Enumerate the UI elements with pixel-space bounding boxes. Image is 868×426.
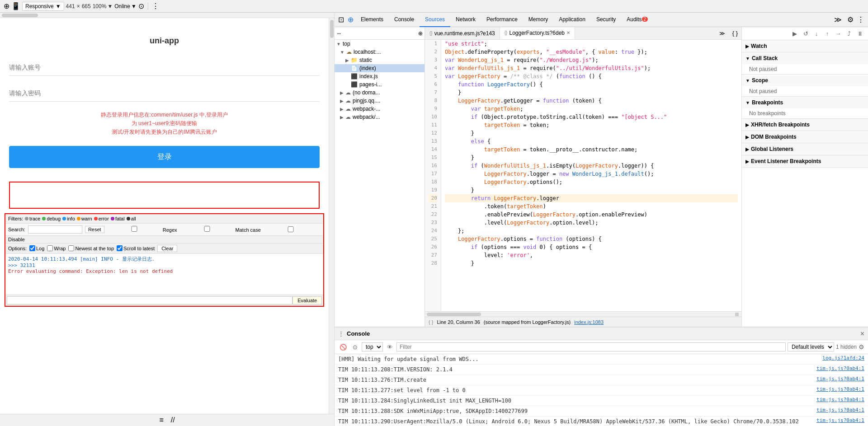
newest-checkbox[interactable]	[68, 245, 74, 251]
filter-trace[interactable]: trace	[25, 216, 40, 221]
tab-network[interactable]: Network	[450, 13, 481, 27]
tree-item-localhost[interactable]: ▼ ☁ localhost:...	[335, 48, 425, 56]
match-case-label[interactable]: Match case	[180, 226, 261, 233]
tree-item-top[interactable]: ▼ top	[335, 40, 425, 48]
tree-item-webpack1[interactable]: ▶ ☁ webpack-...	[335, 105, 425, 113]
tab-memory[interactable]: Memory	[523, 13, 553, 27]
tree-item-indexjs[interactable]: ⬛ index.js	[335, 72, 425, 80]
reset-button[interactable]: Reset	[85, 226, 104, 233]
event-header[interactable]: ▶ Event Listener Breakpoints	[742, 155, 868, 167]
match-case-checkbox[interactable]	[180, 226, 234, 232]
filter-info[interactable]: info	[62, 216, 75, 221]
tree-item-pingjs[interactable]: ▶ ☁ pingjs.qq....	[335, 97, 425, 105]
console-context-select[interactable]: top	[362, 342, 383, 351]
tab-audits[interactable]: Audits 2	[621, 13, 653, 27]
scope-header[interactable]: ▼ Scope	[742, 75, 868, 86]
msg-src-tim6[interactable]: tim-js.js?0ab4:1	[816, 417, 864, 423]
msg-src-tim1[interactable]: tim-js.js?0ab4:1	[816, 365, 864, 371]
sources-expand-icon[interactable]: ↔	[336, 30, 342, 37]
console-clear-btn[interactable]: 🚫	[338, 342, 348, 352]
devtools-device-icon[interactable]: 📱	[11, 2, 20, 10]
msg-src-tim3[interactable]: tim-js.js?0ab4:1	[816, 386, 864, 392]
extra-checkbox[interactable]	[264, 226, 318, 232]
devtools-dock-icon[interactable]: ⊡	[336, 15, 346, 24]
console-filter-input[interactable]	[396, 342, 786, 351]
code-content-area[interactable]: 1 2 3 4 5 6 7 8 9 10 11 12 13 14	[425, 40, 741, 311]
msg-src-tim4[interactable]: tim-js.js?0ab4:1	[816, 397, 864, 403]
scroll-right[interactable]	[735, 313, 739, 316]
tree-item-pages[interactable]: ⬛ pages-i...	[335, 80, 425, 89]
editor-tab-logger[interactable]: {} LoggerFactory.ts?6deb ✕	[500, 27, 575, 40]
login-button[interactable]: 登录	[9, 146, 320, 168]
password-input[interactable]	[9, 85, 320, 102]
tree-item-nodomain[interactable]: ▶ ☁ (no doma...	[335, 89, 425, 97]
preview-scrollbar-h[interactable]	[0, 13, 334, 18]
debug-step-out-btn[interactable]: ↑	[823, 29, 832, 38]
device-select[interactable]: Responsive ▼	[22, 2, 64, 11]
filter-fatal[interactable]: fatal	[111, 216, 125, 221]
global-header[interactable]: ▶ Global Listeners	[742, 143, 868, 155]
preview-more-icon[interactable]: //	[171, 416, 175, 424]
debug-resume-btn[interactable]: ▶	[790, 29, 799, 38]
dom-header[interactable]: ▶ DOM Breakpoints	[742, 131, 868, 143]
msg-src-hmr[interactable]: log.js?1afd:24	[822, 355, 864, 361]
scrollbar-thumb-h[interactable]	[2, 14, 38, 17]
username-input[interactable]	[9, 59, 320, 76]
filter-error[interactable]: error	[94, 216, 109, 221]
wrap-checkbox[interactable]	[47, 245, 53, 251]
console-search-input[interactable]	[28, 225, 82, 234]
tab-security[interactable]: Security	[591, 13, 621, 27]
tab-application[interactable]: Application	[553, 13, 591, 27]
console-eye-btn[interactable]: 👁	[385, 342, 395, 352]
log-option[interactable]: Log	[29, 245, 44, 251]
console-levels-select[interactable]: Default levels	[788, 342, 834, 351]
filter-warn[interactable]: warn	[77, 216, 92, 221]
regex-label[interactable]: Regex	[107, 226, 177, 233]
tab-sources[interactable]: Sources	[420, 13, 450, 27]
code-scrollbar-thumb[interactable]	[427, 313, 481, 316]
console-close-btn[interactable]: ×	[860, 330, 864, 338]
msg-src-tim2[interactable]: tim-js.js?0ab4:1	[816, 376, 864, 382]
debug-deactivate-btn[interactable]: ⤴	[844, 29, 854, 38]
zoom-control[interactable]: 100% ▼	[93, 3, 113, 9]
tree-item-static[interactable]: ▶ 📁 static	[335, 56, 425, 64]
rotate-icon[interactable]: ⊙	[138, 2, 144, 10]
sources-add-icon[interactable]: ⊕	[418, 30, 423, 37]
editor-format-icon[interactable]: { }	[729, 30, 741, 37]
preview-menu-icon[interactable]: ≡	[159, 416, 163, 424]
xhr-header[interactable]: ▶ XHR/fetch Breakpoints	[742, 119, 868, 131]
console-settings-btn[interactable]: ⚙	[859, 343, 864, 351]
devtools-inspect-icon[interactable]: ⊕	[346, 15, 355, 24]
tab-console[interactable]: Console	[389, 13, 420, 27]
tab-performance[interactable]: Performance	[481, 13, 523, 27]
evaluate-input[interactable]	[7, 296, 292, 304]
network-control[interactable]: Online ▼	[114, 3, 137, 9]
preview-scrollbar-v[interactable]	[329, 18, 334, 414]
tree-item-index[interactable]: 📄 (index)	[335, 64, 425, 72]
debug-pause-btn[interactable]: ⏸	[855, 29, 864, 38]
debug-step-into-btn[interactable]: ↓	[812, 29, 821, 38]
scrollbar-thumb-v[interactable]	[330, 20, 334, 38]
toolbar-more-icon[interactable]: ⋮	[152, 2, 159, 10]
callstack-header[interactable]: ▼ Call Stack	[742, 52, 868, 64]
filter-all[interactable]: all	[127, 216, 136, 221]
tabs-more-btn[interactable]: ≫	[830, 15, 845, 24]
log-checkbox[interactable]	[29, 245, 35, 251]
watch-header[interactable]: ▶ Watch	[742, 40, 868, 52]
tab-elements[interactable]: Elements	[355, 13, 389, 27]
tree-item-webpack2[interactable]: ▶ ☁ webpack/...	[335, 113, 425, 121]
clear-button[interactable]: Clear	[157, 245, 177, 252]
scroll-checkbox[interactable]	[117, 245, 123, 251]
wrap-option[interactable]: Wrap	[47, 245, 66, 251]
devtools-pointer-icon[interactable]: ⊕	[4, 2, 9, 10]
filter-debug[interactable]: debug	[42, 216, 61, 221]
scroll-option[interactable]: Scroll to latest	[117, 245, 155, 251]
breakpoints-header[interactable]: ▼ Breakpoints	[742, 97, 868, 108]
msg-src-tim5[interactable]: tim-js.js?0ab4:1	[816, 407, 864, 413]
console-preserve-btn[interactable]: ⊙	[350, 342, 360, 352]
tab-logger-close[interactable]: ✕	[566, 30, 570, 35]
editor-tabs-more[interactable]: ≫	[716, 30, 729, 37]
newest-option[interactable]: Newest at the top	[68, 245, 114, 251]
editor-tab-vue[interactable]: {} vue.runtime.esm.js?e143	[425, 27, 500, 40]
devtools-settings-icon[interactable]: ⚙	[845, 15, 855, 24]
